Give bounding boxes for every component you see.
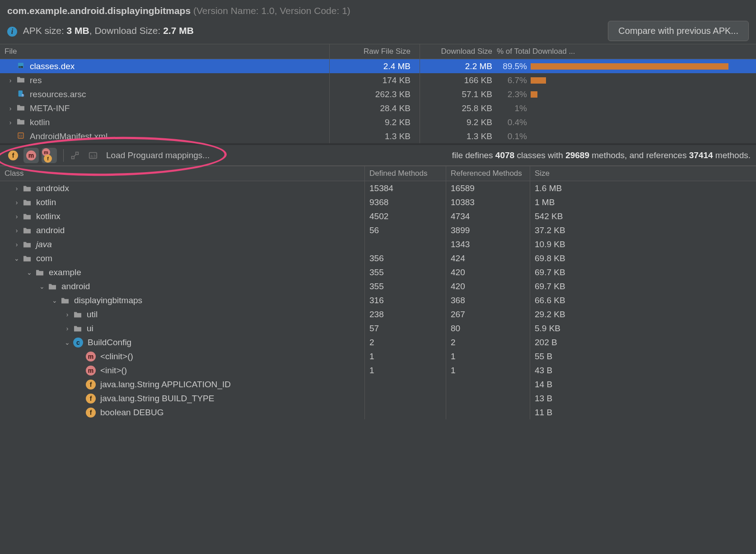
file-name: META-INF bbox=[30, 103, 70, 113]
class-size: 14 B bbox=[530, 377, 756, 391]
field-icon: f bbox=[86, 408, 96, 418]
defined-methods: 238 bbox=[365, 307, 446, 321]
referenced-methods bbox=[446, 391, 530, 405]
expand-arrow-icon[interactable]: › bbox=[11, 213, 23, 220]
apk-size: 3 MB bbox=[67, 25, 89, 36]
class-size: 69.7 KB bbox=[530, 265, 756, 279]
pct-text: 89.5% bbox=[497, 61, 531, 71]
col-defined-methods[interactable]: Defined Methods bbox=[365, 166, 446, 181]
svg-text:01: 01 bbox=[19, 66, 22, 68]
defined-methods: 4502 bbox=[365, 209, 446, 223]
class-row[interactable]: fjava.lang.String BUILD_TYPE13 B bbox=[0, 391, 756, 405]
load-proguard-mappings-link[interactable]: Load Proguard mappings... bbox=[106, 150, 210, 160]
file-row[interactable]: ›kotlin9.2 KB9.2 KB0.4% bbox=[0, 115, 756, 129]
referenced-methods: 1 bbox=[446, 363, 530, 377]
class-row[interactable]: ›kotlin9368103831 MB bbox=[0, 195, 756, 209]
info-icon: i bbox=[7, 27, 17, 37]
class-row[interactable]: ›android56389937.2 KB bbox=[0, 223, 756, 237]
referenced-methods bbox=[446, 405, 530, 419]
expand-arrow-icon[interactable]: ⌄ bbox=[11, 255, 23, 262]
col-file[interactable]: File bbox=[0, 44, 330, 59]
expand-arrow-icon[interactable]: › bbox=[5, 119, 16, 126]
class-row[interactable]: ›kotlinx45024734542 KB bbox=[0, 209, 756, 223]
defined-methods: 316 bbox=[365, 293, 446, 307]
col-size[interactable]: Size bbox=[530, 166, 756, 181]
file-row[interactable]: ?resources.arsc262.3 KB57.1 KB2.3% bbox=[0, 87, 756, 101]
defined-methods: 355 bbox=[365, 279, 446, 293]
col-referenced-methods[interactable]: Referenced Methods bbox=[446, 166, 530, 181]
file-row[interactable]: 01classes.dex2.4 MB2.2 MB89.5% bbox=[0, 59, 756, 73]
raw-size: 262.3 KB bbox=[330, 87, 420, 101]
class-row[interactable]: fjava.lang.String APPLICATION_ID14 B bbox=[0, 377, 756, 391]
class-name: util bbox=[87, 310, 98, 319]
defined-methods: 1 bbox=[365, 349, 446, 363]
col-raw-size[interactable]: Raw File Size bbox=[330, 44, 420, 59]
svg-text:<>: <> bbox=[19, 134, 23, 138]
referenced-methods: 2 bbox=[446, 335, 530, 349]
pct-bar bbox=[531, 76, 751, 85]
referenced-methods bbox=[446, 377, 530, 391]
class-row[interactable]: ›util23826729.2 KB bbox=[0, 307, 756, 321]
dex-summary: file defines 4078 classes with 29689 met… bbox=[452, 150, 751, 160]
show-referenced-button[interactable]: m f bbox=[42, 148, 57, 163]
class-row[interactable]: m<clinit>()1155 B bbox=[0, 349, 756, 363]
compare-previous-apk-button[interactable]: Compare with previous APK... bbox=[608, 21, 749, 41]
col-class[interactable]: Class bbox=[0, 166, 365, 181]
class-size: 542 KB bbox=[530, 209, 756, 223]
download-size: 2.7 MB bbox=[163, 25, 194, 36]
expand-arrow-icon[interactable]: › bbox=[11, 199, 23, 206]
referenced-methods: 16589 bbox=[446, 181, 530, 195]
class-name: java.lang.String BUILD_TYPE bbox=[100, 394, 214, 404]
pct-text: 2.3% bbox=[497, 89, 531, 99]
file-row[interactable]: <>AndroidManifest.xml1.3 KB1.3 KB0.1% bbox=[0, 129, 756, 143]
expand-arrow-icon[interactable]: ⌄ bbox=[61, 339, 73, 346]
file-icon bbox=[16, 117, 30, 127]
pct-bar bbox=[531, 118, 751, 127]
class-size: 29.2 KB bbox=[530, 307, 756, 321]
class-icon: c bbox=[73, 338, 83, 347]
referenced-methods: 80 bbox=[446, 321, 530, 335]
expand-arrow-icon[interactable]: › bbox=[11, 241, 23, 248]
file-table-header: File Raw File Size Download Size % of To… bbox=[0, 44, 756, 59]
svg-text:a.b: a.b bbox=[91, 154, 96, 158]
class-size: 66.6 KB bbox=[530, 293, 756, 307]
class-row[interactable]: ⌄example35542069.7 KB bbox=[0, 265, 756, 279]
expand-arrow-icon[interactable]: › bbox=[61, 325, 73, 332]
col-pct-download[interactable]: % of Total Download ... bbox=[497, 44, 756, 59]
class-name: <init>() bbox=[100, 366, 127, 376]
expand-arrow-icon[interactable]: › bbox=[11, 227, 23, 234]
class-row[interactable]: ⌄cBuildConfig22202 B bbox=[0, 335, 756, 349]
col-download-size[interactable]: Download Size bbox=[420, 44, 497, 59]
file-row[interactable]: ›res174 KB166 KB6.7% bbox=[0, 73, 756, 87]
referenced-methods: 1 bbox=[446, 349, 530, 363]
referenced-methods: 420 bbox=[446, 279, 530, 293]
expand-arrow-icon[interactable]: › bbox=[5, 105, 16, 112]
expand-arrow-icon[interactable]: ⌄ bbox=[49, 297, 61, 304]
expand-arrow-icon[interactable]: ⌄ bbox=[23, 269, 35, 276]
class-row[interactable]: ⌄com35642469.8 KB bbox=[0, 251, 756, 265]
class-row[interactable]: ›java134310.9 KB bbox=[0, 237, 756, 251]
class-name: android bbox=[61, 282, 90, 291]
pct-text: 6.7% bbox=[497, 75, 531, 85]
class-row[interactable]: fboolean DEBUG11 B bbox=[0, 405, 756, 419]
dex-toolbar: f m m f a.b Load Proguard mappings... fi… bbox=[0, 143, 756, 166]
class-row[interactable]: m<init>()1143 B bbox=[0, 363, 756, 377]
class-row[interactable]: ⌄displayingbitmaps31636866.6 KB bbox=[0, 293, 756, 307]
class-row[interactable]: ›androidx15384165891.6 MB bbox=[0, 181, 756, 195]
show-methods-button[interactable]: m bbox=[23, 148, 39, 163]
expand-arrow-icon[interactable]: › bbox=[61, 311, 73, 318]
class-name: kotlinx bbox=[36, 211, 61, 221]
download-size: 1.3 KB bbox=[420, 129, 497, 143]
expand-arrow-icon[interactable]: ⌄ bbox=[36, 283, 48, 290]
apk-header: com.example.android.displayingbitmaps (V… bbox=[0, 0, 756, 44]
file-icon bbox=[16, 75, 30, 85]
class-row[interactable]: ›ui57805.9 KB bbox=[0, 321, 756, 335]
raw-size: 2.4 MB bbox=[330, 59, 420, 73]
file-row[interactable]: ›META-INF28.4 KB25.8 KB1% bbox=[0, 101, 756, 115]
class-row[interactable]: ⌄android35542069.7 KB bbox=[0, 279, 756, 293]
expand-arrow-icon[interactable]: › bbox=[5, 77, 16, 84]
download-size: 9.2 KB bbox=[420, 115, 497, 129]
show-fields-button[interactable]: f bbox=[5, 148, 21, 163]
expand-arrow-icon[interactable]: › bbox=[11, 185, 23, 192]
referenced-methods: 424 bbox=[446, 251, 530, 265]
